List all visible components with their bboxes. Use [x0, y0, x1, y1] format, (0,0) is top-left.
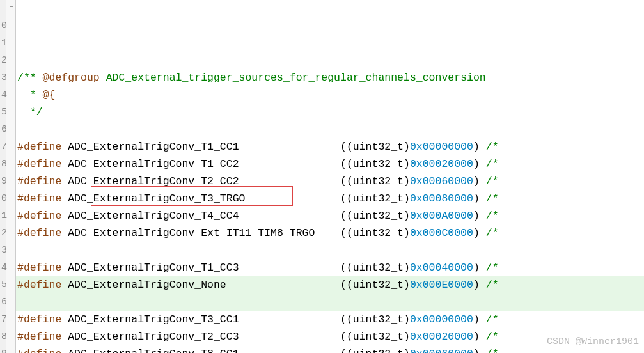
line-number: 8: [0, 155, 4, 173]
code-token: #define: [17, 279, 68, 291]
code-token: 0x00020000: [410, 331, 473, 343]
fold-marker: [6, 17, 15, 35]
code-token: ADC_ExternalTrigConv_T2_CC2 ((uint32_t): [68, 175, 410, 187]
code-token: ADC_ExternalTrigConv_T4_CC4 ((uint32_t): [68, 210, 410, 222]
code-token: @defgroup: [43, 72, 100, 84]
code-token: #define: [17, 348, 68, 353]
code-token: /*: [486, 210, 499, 222]
line-number: 0: [0, 190, 4, 207]
fold-marker: [6, 69, 15, 86]
fold-marker: [6, 224, 15, 242]
code-token: ): [473, 175, 486, 187]
line-number: 2: [0, 224, 4, 242]
line-number: 9: [0, 173, 4, 190]
code-token: ): [473, 210, 486, 222]
code-token: 0x000C0000: [410, 227, 473, 239]
fold-marker: [6, 155, 15, 173]
code-token: /*: [486, 331, 499, 343]
code-line[interactable]: #define ADC_ExternalTrigConv_T1_CC3 ((ui…: [16, 259, 644, 276]
line-number-gutter: 012345678901234567890: [0, 0, 6, 353]
code-token: */: [17, 106, 43, 118]
line-number: 3: [0, 242, 4, 259]
code-token: /*: [486, 313, 499, 326]
fold-marker: [6, 104, 15, 121]
code-token: /*: [486, 227, 499, 239]
code-token: 0x00000000: [410, 313, 473, 326]
code-token: ): [473, 348, 486, 353]
line-number: 1: [0, 207, 4, 224]
line-number: [0, 0, 4, 17]
code-token: /*: [486, 192, 499, 205]
fold-marker: [6, 207, 15, 224]
fold-marker: [6, 138, 15, 155]
code-token: 0x00080000: [410, 192, 473, 205]
code-token: #define: [17, 313, 68, 326]
code-token: ): [473, 227, 486, 239]
code-line[interactable]: */: [16, 104, 644, 121]
code-token: ADC_ExternalTrigConv_Ext_IT11_TIM8_TRGO …: [68, 227, 410, 239]
fold-gutter[interactable]: ⊟: [6, 0, 16, 353]
code-token: ADC_external_trigger_sources_for_regular…: [100, 72, 486, 84]
line-number: 1: [0, 35, 4, 52]
code-line[interactable]: [16, 294, 644, 311]
code-token: #define: [17, 175, 68, 187]
line-number: 4: [0, 86, 4, 104]
fold-marker: [6, 121, 15, 138]
code-token: ADC_ExternalTrigConv_T3_CC1 ((uint32_t): [68, 313, 410, 326]
code-line[interactable]: #define ADC_ExternalTrigConv_T1_CC1 ((ui…: [16, 138, 644, 155]
fold-marker: [6, 259, 15, 276]
code-token: 0x000E0000: [410, 279, 473, 291]
fold-marker: [6, 35, 15, 52]
line-number: 0: [0, 17, 4, 35]
code-token: #define: [17, 262, 68, 274]
fold-marker: [6, 52, 15, 69]
code-line[interactable]: [16, 121, 644, 138]
code-token: ): [473, 331, 486, 343]
code-token: ADC_ExternalTrigConv_T8_CC1 ((uint32_t): [68, 348, 410, 353]
code-token: ): [473, 279, 486, 291]
code-editor[interactable]: 012345678901234567890 ⊟ /** @defgroup AD…: [0, 0, 644, 353]
code-line[interactable]: #define ADC_ExternalTrigConv_T3_CC1 ((ui…: [16, 311, 644, 328]
line-number: 9: [0, 345, 4, 353]
fold-marker: [6, 190, 15, 207]
fold-marker: [6, 86, 15, 104]
code-line[interactable]: #define ADC_ExternalTrigConv_None ((uint…: [16, 276, 644, 294]
line-number: 8: [0, 328, 4, 345]
fold-marker: [6, 173, 15, 190]
line-number: 5: [0, 276, 4, 294]
code-token: /**: [17, 72, 43, 84]
code-token: ): [473, 141, 486, 153]
code-line[interactable]: #define ADC_ExternalTrigConv_T2_CC2 ((ui…: [16, 173, 644, 190]
fold-marker: [6, 345, 15, 353]
code-line[interactable]: * @{: [16, 86, 644, 104]
code-token: 0x000A0000: [410, 210, 473, 222]
code-token: #define: [17, 158, 68, 170]
code-token: /*: [486, 348, 499, 353]
code-token: ADC_ExternalTrigConv_T1_CC2 ((uint32_t): [68, 158, 410, 170]
line-number: 3: [0, 69, 4, 86]
code-line[interactable]: /** @defgroup ADC_external_trigger_sourc…: [16, 69, 644, 86]
code-token: 0x00060000: [410, 175, 473, 187]
line-number: 7: [0, 311, 4, 328]
code-line[interactable]: #define ADC_ExternalTrigConv_T4_CC4 ((ui…: [16, 207, 644, 224]
fold-marker: [6, 242, 15, 259]
code-line[interactable]: [16, 242, 644, 259]
code-line[interactable]: #define ADC_ExternalTrigConv_Ext_IT11_TI…: [16, 224, 644, 242]
fold-marker[interactable]: ⊟: [6, 0, 15, 17]
code-area[interactable]: /** @defgroup ADC_external_trigger_sourc…: [16, 0, 644, 353]
code-token: ADC_ExternalTrigConv_None ((uint32_t): [68, 279, 410, 291]
code-token: ADC_ExternalTrigConv_T3_TRGO ((uint32_t): [68, 192, 410, 205]
code-token: /*: [486, 262, 499, 274]
code-token: ADC_ExternalTrigConv_T2_CC3 ((uint32_t): [68, 331, 410, 343]
code-token: /*: [486, 175, 499, 187]
fold-marker: [6, 294, 15, 311]
line-number: 4: [0, 259, 4, 276]
code-token: /*: [486, 158, 499, 170]
code-token: 0x00060000: [410, 348, 473, 353]
line-number: 5: [0, 104, 4, 121]
code-token: ): [473, 313, 486, 326]
code-line[interactable]: #define ADC_ExternalTrigConv_T1_CC2 ((ui…: [16, 155, 644, 173]
code-token: #define: [17, 227, 68, 239]
fold-marker: [6, 328, 15, 345]
code-line[interactable]: #define ADC_ExternalTrigConv_T3_TRGO ((u…: [16, 190, 644, 207]
